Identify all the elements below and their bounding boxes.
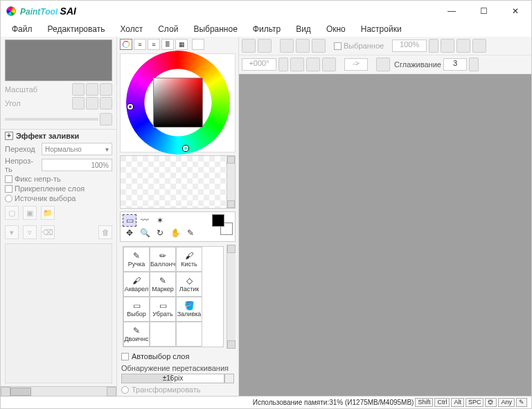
brush-pencil[interactable]: ✎Ручка [123,247,150,272]
fix-opacity-checkbox[interactable] [5,175,12,183]
brush-vscrollbar[interactable] [227,245,236,349]
brush-marker[interactable]: ✎Маркер [150,272,176,297]
new-layer-button[interactable]: ▢ [5,206,19,220]
show-sel-button[interactable] [312,39,326,53]
menu-view[interactable]: Вид [289,23,318,35]
menubar: Файл Редактировать Холст Слой Выбранное … [1,21,531,37]
merge-down-button[interactable]: ▾ [5,225,19,239]
maximize-button[interactable]: ☐ [468,1,499,21]
auto-select-checkbox[interactable] [121,353,129,360]
foreground-background-swatch[interactable] [212,214,233,235]
brush-binary[interactable]: ✎Двоичнс [123,322,150,347]
status-bar: Использование памяти:31% (И1275MB/M4095M… [1,396,531,408]
auto-select-label: Автовыбор слоя [132,352,189,360]
smoothing-input[interactable]: 3 [443,58,467,71]
navigator-thumbnail[interactable] [5,40,112,81]
zoom-dropdown-button[interactable] [429,39,438,53]
rect-select-tool[interactable]: ▭ [123,214,136,227]
color-tool-panel: ≡ ≡ ≣ ▦ ▭ 〰 ✶ [117,37,239,396]
menu-filter[interactable]: Фильтр [246,23,287,35]
menu-edit[interactable]: Редактировать [41,23,112,35]
menu-layer[interactable]: Слой [151,23,185,35]
opacity-slider[interactable]: 100% [42,159,112,171]
undo-button[interactable] [242,39,256,53]
new-group-button[interactable]: ▣ [23,206,37,220]
scale-plus-button[interactable] [86,83,98,96]
redo-button[interactable] [258,39,272,53]
drag-detect-slider[interactable]: ±16pix [121,374,234,383]
flip-h-button[interactable] [376,58,390,71]
eyedropper-tool[interactable]: ✎ [184,227,197,239]
minimize-button[interactable]: — [436,1,468,21]
rotation-dropdown-button[interactable] [278,58,288,71]
new-folder-button[interactable]: 📁 [41,206,55,220]
brush-empty-1[interactable] [150,322,176,347]
clear-button[interactable]: ⌫ [41,225,55,239]
brush-watercolor[interactable]: 🖌Акварел [123,272,150,297]
brush-deselect[interactable]: ▭Убрать [150,297,176,322]
color-wheel-picker[interactable] [120,53,236,153]
zoom-input[interactable]: 100% [392,40,427,52]
delete-layer-button[interactable]: 🗑 [98,225,112,239]
brush-airbrush[interactable]: ✏Баллонч [150,247,176,272]
nav-layer-panel: Масштаб Угол + Эффект заливки Переход Но… [1,37,117,396]
scale-minus-button[interactable] [72,83,85,96]
mixer-tab[interactable]: ≣ [161,39,174,50]
menu-file[interactable]: Файл [5,23,39,35]
scratchpad-vscrollbar[interactable] [227,155,236,209]
rgb-tab[interactable]: ≡ [134,39,146,50]
brush-brush[interactable]: 🖌Кисть [176,247,202,272]
menu-options[interactable]: Настройки [354,23,409,35]
magic-wand-tool[interactable]: ✶ [153,214,167,227]
layer-hscrollbar[interactable] [1,386,116,396]
layer-list[interactable] [5,243,112,383]
color-wheel-tab[interactable] [120,39,132,50]
smoothing-dropdown-button[interactable] [469,58,479,71]
swatches-tab[interactable]: ▦ [175,39,188,50]
brush-palette: ✎Ручка ✏Баллонч 🖌Кисть 🖌Акварел ✎Маркер … [123,246,224,347]
selected-checkbox[interactable] [334,42,342,50]
flip-indicator[interactable]: -> [344,58,368,71]
scale-reset-button[interactable] [100,83,112,96]
angle-ccw-button[interactable] [72,97,85,110]
zoom-tool[interactable]: 🔍 [138,227,152,239]
scratchpad-tab[interactable] [192,39,204,50]
fill-effect-header[interactable]: + Эффект заливки [1,129,116,142]
attach-layer-checkbox[interactable] [5,185,12,193]
brush-bucket[interactable]: 🪣Заливка [176,297,202,322]
move-tool[interactable]: ✥ [123,227,136,239]
canvas-area[interactable] [239,74,531,396]
deselect-button[interactable] [280,39,294,53]
transform-radio[interactable] [121,386,129,394]
scratchpad-area[interactable] [120,155,236,209]
blend-mode-select[interactable]: Нормально▾ [42,143,112,155]
rotate-tool[interactable]: ↻ [153,227,167,239]
key-shift: Shift [415,398,433,407]
rotation-input[interactable]: +000° [242,58,276,71]
hand-tool[interactable]: ✋ [168,227,182,239]
zoom-in-button[interactable] [456,39,470,53]
menu-canvas[interactable]: Холст [113,23,150,35]
angle-label: Угол [5,99,71,107]
zoom-out-button[interactable] [441,39,454,53]
angle-reset-button[interactable] [100,97,112,110]
brush-empty-2[interactable] [176,322,202,347]
rotate-ccw-button[interactable] [290,58,304,71]
rotate-cw-button[interactable] [306,58,320,71]
canvas-toolbar-1: Выбранное 100% [239,37,531,55]
zoom-fit-button[interactable] [472,39,486,53]
brush-select[interactable]: ▭Выбор [123,297,150,322]
hsv-tab[interactable]: ≡ [148,39,160,50]
flip-button[interactable] [100,113,112,125]
source-selection-radio[interactable] [5,195,12,202]
angle-cw-button[interactable] [86,97,98,110]
transfer-down-button[interactable]: ▿ [23,225,37,239]
rotate-reset-button[interactable] [322,58,336,71]
invert-sel-button[interactable] [296,39,310,53]
close-button[interactable]: ✕ [499,1,531,21]
opacity-label: Непроз-ть [5,157,39,173]
lasso-tool[interactable]: 〰 [138,214,152,227]
brush-eraser[interactable]: ◇Ластик [176,272,202,297]
menu-selection[interactable]: Выбранное [186,23,244,35]
menu-window[interactable]: Окно [319,23,353,35]
